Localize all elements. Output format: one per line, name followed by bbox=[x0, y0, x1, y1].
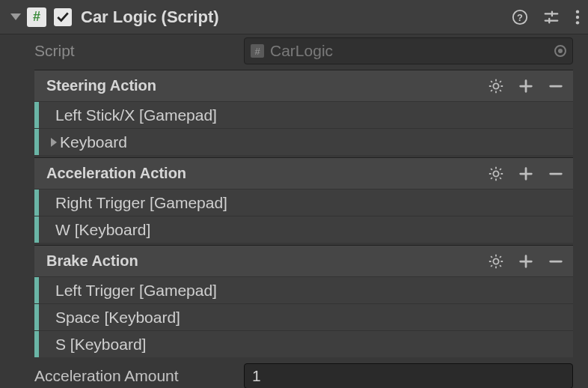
binding-label: Right Trigger [Gamepad] bbox=[55, 194, 227, 212]
acceleration-amount-label: Acceleration Amount bbox=[34, 367, 244, 385]
add-binding-icon[interactable] bbox=[518, 253, 534, 270]
add-binding-icon[interactable] bbox=[518, 166, 534, 182]
binding-row[interactable]: S [Keyboard] bbox=[34, 330, 573, 357]
remove-binding-icon[interactable] bbox=[548, 170, 564, 178]
remove-binding-icon[interactable] bbox=[548, 82, 564, 90]
acceleration-amount-row: Acceleration Amount 1 bbox=[0, 360, 588, 388]
binding-marker bbox=[34, 129, 39, 155]
help-icon[interactable]: ? bbox=[512, 9, 528, 25]
action-header[interactable]: Brake Action bbox=[34, 245, 573, 276]
object-picker-icon[interactable] bbox=[554, 45, 566, 57]
component-header[interactable]: # Car Logic (Script) ? bbox=[0, 0, 588, 34]
gear-icon[interactable] bbox=[488, 78, 504, 94]
csharp-icon: # bbox=[251, 44, 264, 58]
chevron-right-icon[interactable] bbox=[51, 138, 57, 147]
binding-label: W [Keyboard] bbox=[55, 221, 150, 239]
input-action-group: Acceleration ActionRight Trigger [Gamepa… bbox=[34, 157, 573, 243]
acceleration-amount-field[interactable]: 1 bbox=[244, 363, 573, 388]
script-object-field[interactable]: # CarLogic bbox=[244, 37, 573, 64]
check-icon bbox=[56, 10, 70, 24]
presets-icon[interactable] bbox=[543, 9, 560, 25]
action-name: Brake Action bbox=[46, 252, 488, 270]
binding-row[interactable]: Keyboard bbox=[34, 128, 573, 155]
binding-label: S [Keyboard] bbox=[55, 336, 146, 354]
gear-icon[interactable] bbox=[488, 253, 504, 270]
action-name: Steering Action bbox=[46, 77, 488, 94]
binding-row[interactable]: Space [Keyboard] bbox=[34, 303, 573, 330]
binding-row[interactable]: Right Trigger [Gamepad] bbox=[34, 189, 573, 216]
binding-marker bbox=[34, 216, 39, 243]
component-title: Car Logic (Script) bbox=[81, 7, 512, 27]
foldout-icon[interactable] bbox=[10, 13, 21, 20]
svg-point-2 bbox=[576, 10, 579, 13]
svg-text:?: ? bbox=[517, 11, 523, 22]
action-header[interactable]: Acceleration Action bbox=[34, 157, 573, 189]
enable-checkbox[interactable] bbox=[54, 8, 72, 26]
binding-row[interactable]: Left Trigger [Gamepad] bbox=[34, 276, 573, 303]
binding-row[interactable]: Left Stick/X [Gamepad] bbox=[34, 101, 573, 128]
binding-marker bbox=[34, 331, 39, 357]
script-row: Script # CarLogic bbox=[0, 34, 588, 67]
input-action-group: Steering ActionLeft Stick/X [Gamepad]Key… bbox=[34, 70, 573, 155]
svg-point-3 bbox=[576, 15, 579, 18]
add-binding-icon[interactable] bbox=[518, 78, 534, 94]
input-action-group: Brake ActionLeft Trigger [Gamepad]Space … bbox=[34, 245, 573, 357]
action-name: Acceleration Action bbox=[46, 165, 488, 182]
script-label: Script bbox=[34, 42, 244, 60]
binding-label: Left Trigger [Gamepad] bbox=[55, 282, 217, 300]
acceleration-amount-value: 1 bbox=[252, 367, 261, 385]
gear-icon[interactable] bbox=[488, 166, 504, 182]
binding-marker bbox=[34, 277, 39, 303]
binding-label: Keyboard bbox=[60, 133, 127, 151]
svg-point-4 bbox=[576, 21, 579, 24]
component-panel: # Car Logic (Script) ? Script # CarLogic… bbox=[0, 0, 588, 388]
binding-label: Left Stick/X [Gamepad] bbox=[55, 106, 217, 124]
binding-row[interactable]: W [Keyboard] bbox=[34, 216, 573, 243]
binding-marker bbox=[34, 304, 39, 330]
binding-marker bbox=[34, 102, 39, 128]
binding-label: Space [Keyboard] bbox=[55, 309, 180, 327]
binding-marker bbox=[34, 190, 39, 216]
remove-binding-icon[interactable] bbox=[548, 258, 564, 265]
kebab-menu-icon[interactable] bbox=[575, 9, 581, 25]
script-value: CarLogic bbox=[270, 42, 333, 60]
action-header[interactable]: Steering Action bbox=[34, 70, 573, 101]
script-icon: # bbox=[27, 7, 46, 27]
